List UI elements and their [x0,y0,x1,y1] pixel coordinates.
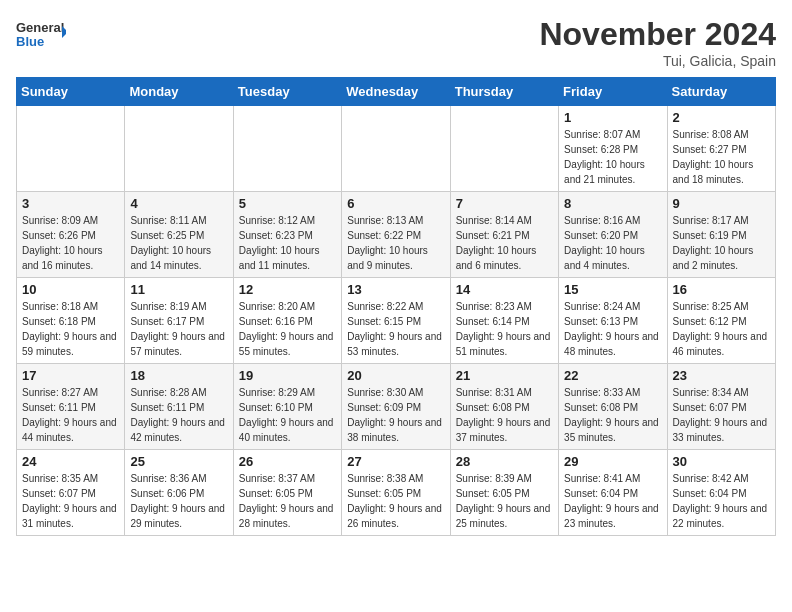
weekday-header-friday: Friday [559,78,667,106]
day-cell: 7 Sunrise: 8:14 AM Sunset: 6:21 PM Dayli… [450,192,558,278]
day-number: 21 [456,368,553,383]
logo: General Blue [16,16,66,56]
day-cell: 28 Sunrise: 8:39 AM Sunset: 6:05 PM Dayl… [450,450,558,536]
day-info: Sunrise: 8:22 AM Sunset: 6:15 PM Dayligh… [347,299,444,359]
day-info: Sunrise: 8:35 AM Sunset: 6:07 PM Dayligh… [22,471,119,531]
header: General Blue November 2024 Tui, Galicia,… [16,16,776,69]
day-number: 24 [22,454,119,469]
day-info: Sunrise: 8:16 AM Sunset: 6:20 PM Dayligh… [564,213,661,273]
day-cell: 30 Sunrise: 8:42 AM Sunset: 6:04 PM Dayl… [667,450,775,536]
week-row-4: 17 Sunrise: 8:27 AM Sunset: 6:11 PM Dayl… [17,364,776,450]
day-info: Sunrise: 8:31 AM Sunset: 6:08 PM Dayligh… [456,385,553,445]
day-number: 8 [564,196,661,211]
day-info: Sunrise: 8:25 AM Sunset: 6:12 PM Dayligh… [673,299,770,359]
day-number: 17 [22,368,119,383]
day-cell: 13 Sunrise: 8:22 AM Sunset: 6:15 PM Dayl… [342,278,450,364]
day-cell: 14 Sunrise: 8:23 AM Sunset: 6:14 PM Dayl… [450,278,558,364]
day-cell: 16 Sunrise: 8:25 AM Sunset: 6:12 PM Dayl… [667,278,775,364]
day-number: 13 [347,282,444,297]
day-number: 30 [673,454,770,469]
day-info: Sunrise: 8:09 AM Sunset: 6:26 PM Dayligh… [22,213,119,273]
day-cell: 4 Sunrise: 8:11 AM Sunset: 6:25 PM Dayli… [125,192,233,278]
day-cell: 18 Sunrise: 8:28 AM Sunset: 6:11 PM Dayl… [125,364,233,450]
day-info: Sunrise: 8:41 AM Sunset: 6:04 PM Dayligh… [564,471,661,531]
day-info: Sunrise: 8:17 AM Sunset: 6:19 PM Dayligh… [673,213,770,273]
day-info: Sunrise: 8:07 AM Sunset: 6:28 PM Dayligh… [564,127,661,187]
day-info: Sunrise: 8:11 AM Sunset: 6:25 PM Dayligh… [130,213,227,273]
day-cell: 10 Sunrise: 8:18 AM Sunset: 6:18 PM Dayl… [17,278,125,364]
day-info: Sunrise: 8:08 AM Sunset: 6:27 PM Dayligh… [673,127,770,187]
day-number: 26 [239,454,336,469]
day-number: 12 [239,282,336,297]
day-info: Sunrise: 8:23 AM Sunset: 6:14 PM Dayligh… [456,299,553,359]
day-number: 10 [22,282,119,297]
day-cell: 23 Sunrise: 8:34 AM Sunset: 6:07 PM Dayl… [667,364,775,450]
day-info: Sunrise: 8:42 AM Sunset: 6:04 PM Dayligh… [673,471,770,531]
day-cell: 9 Sunrise: 8:17 AM Sunset: 6:19 PM Dayli… [667,192,775,278]
weekday-header-row: SundayMondayTuesdayWednesdayThursdayFrid… [17,78,776,106]
day-cell: 17 Sunrise: 8:27 AM Sunset: 6:11 PM Dayl… [17,364,125,450]
day-cell [233,106,341,192]
location: Tui, Galicia, Spain [539,53,776,69]
svg-text:General: General [16,20,64,35]
day-info: Sunrise: 8:12 AM Sunset: 6:23 PM Dayligh… [239,213,336,273]
day-number: 6 [347,196,444,211]
day-cell: 20 Sunrise: 8:30 AM Sunset: 6:09 PM Dayl… [342,364,450,450]
day-number: 5 [239,196,336,211]
day-info: Sunrise: 8:39 AM Sunset: 6:05 PM Dayligh… [456,471,553,531]
day-cell: 6 Sunrise: 8:13 AM Sunset: 6:22 PM Dayli… [342,192,450,278]
day-cell [125,106,233,192]
weekday-header-sunday: Sunday [17,78,125,106]
day-cell: 25 Sunrise: 8:36 AM Sunset: 6:06 PM Dayl… [125,450,233,536]
day-cell: 24 Sunrise: 8:35 AM Sunset: 6:07 PM Dayl… [17,450,125,536]
weekday-header-tuesday: Tuesday [233,78,341,106]
day-cell: 1 Sunrise: 8:07 AM Sunset: 6:28 PM Dayli… [559,106,667,192]
day-number: 28 [456,454,553,469]
day-number: 9 [673,196,770,211]
day-number: 22 [564,368,661,383]
day-info: Sunrise: 8:30 AM Sunset: 6:09 PM Dayligh… [347,385,444,445]
day-cell [342,106,450,192]
day-cell: 2 Sunrise: 8:08 AM Sunset: 6:27 PM Dayli… [667,106,775,192]
day-cell [17,106,125,192]
week-row-1: 1 Sunrise: 8:07 AM Sunset: 6:28 PM Dayli… [17,106,776,192]
day-info: Sunrise: 8:20 AM Sunset: 6:16 PM Dayligh… [239,299,336,359]
week-row-3: 10 Sunrise: 8:18 AM Sunset: 6:18 PM Dayl… [17,278,776,364]
weekday-header-thursday: Thursday [450,78,558,106]
day-cell: 8 Sunrise: 8:16 AM Sunset: 6:20 PM Dayli… [559,192,667,278]
day-cell: 29 Sunrise: 8:41 AM Sunset: 6:04 PM Dayl… [559,450,667,536]
calendar-table: SundayMondayTuesdayWednesdayThursdayFrid… [16,77,776,536]
day-info: Sunrise: 8:36 AM Sunset: 6:06 PM Dayligh… [130,471,227,531]
day-info: Sunrise: 8:14 AM Sunset: 6:21 PM Dayligh… [456,213,553,273]
day-info: Sunrise: 8:13 AM Sunset: 6:22 PM Dayligh… [347,213,444,273]
day-info: Sunrise: 8:27 AM Sunset: 6:11 PM Dayligh… [22,385,119,445]
weekday-header-saturday: Saturday [667,78,775,106]
day-number: 4 [130,196,227,211]
day-number: 14 [456,282,553,297]
weekday-header-monday: Monday [125,78,233,106]
day-info: Sunrise: 8:19 AM Sunset: 6:17 PM Dayligh… [130,299,227,359]
day-cell [450,106,558,192]
day-info: Sunrise: 8:28 AM Sunset: 6:11 PM Dayligh… [130,385,227,445]
day-cell: 19 Sunrise: 8:29 AM Sunset: 6:10 PM Dayl… [233,364,341,450]
day-cell: 26 Sunrise: 8:37 AM Sunset: 6:05 PM Dayl… [233,450,341,536]
day-cell: 15 Sunrise: 8:24 AM Sunset: 6:13 PM Dayl… [559,278,667,364]
week-row-2: 3 Sunrise: 8:09 AM Sunset: 6:26 PM Dayli… [17,192,776,278]
day-info: Sunrise: 8:38 AM Sunset: 6:05 PM Dayligh… [347,471,444,531]
day-cell: 21 Sunrise: 8:31 AM Sunset: 6:08 PM Dayl… [450,364,558,450]
day-info: Sunrise: 8:29 AM Sunset: 6:10 PM Dayligh… [239,385,336,445]
day-cell: 3 Sunrise: 8:09 AM Sunset: 6:26 PM Dayli… [17,192,125,278]
day-number: 1 [564,110,661,125]
day-number: 18 [130,368,227,383]
day-info: Sunrise: 8:33 AM Sunset: 6:08 PM Dayligh… [564,385,661,445]
day-cell: 12 Sunrise: 8:20 AM Sunset: 6:16 PM Dayl… [233,278,341,364]
day-info: Sunrise: 8:18 AM Sunset: 6:18 PM Dayligh… [22,299,119,359]
month-title: November 2024 [539,16,776,53]
day-number: 23 [673,368,770,383]
day-number: 15 [564,282,661,297]
day-info: Sunrise: 8:34 AM Sunset: 6:07 PM Dayligh… [673,385,770,445]
day-number: 16 [673,282,770,297]
day-number: 20 [347,368,444,383]
day-info: Sunrise: 8:37 AM Sunset: 6:05 PM Dayligh… [239,471,336,531]
day-cell: 5 Sunrise: 8:12 AM Sunset: 6:23 PM Dayli… [233,192,341,278]
